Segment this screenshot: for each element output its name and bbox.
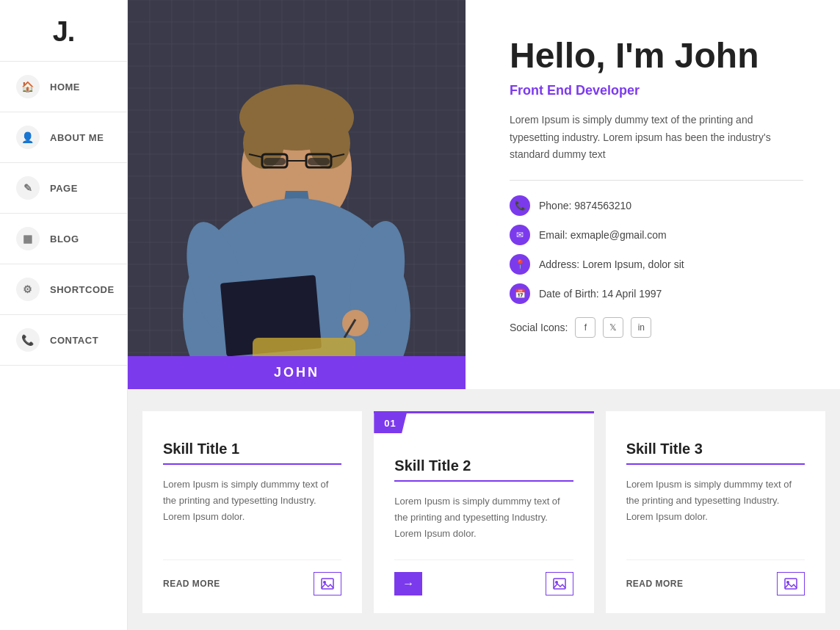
blog-icon: ▦ bbox=[16, 227, 40, 250]
address-text: Address: Lorem Ipsum, dolor sit bbox=[539, 258, 684, 270]
skill-footer-3: READ MORE bbox=[626, 560, 805, 595]
sidebar-item-contact-label: CONTACT bbox=[50, 335, 98, 346]
user-icon: 👤 bbox=[16, 126, 40, 149]
svg-point-21 bbox=[342, 310, 369, 336]
sidebar-item-shortcode[interactable]: ⚙ SHORTCODE bbox=[0, 264, 127, 315]
page-icon: ✎ bbox=[16, 176, 40, 200]
sidebar-item-about-label: ABOUT ME bbox=[50, 132, 104, 143]
calendar-icon: 📅 bbox=[510, 283, 530, 304]
skill-image-icon-1[interactable] bbox=[314, 572, 341, 595]
sidebar-item-blog-label: BLOG bbox=[50, 233, 79, 245]
svg-rect-9 bbox=[264, 158, 286, 165]
skill-image-icon-2[interactable] bbox=[546, 572, 573, 595]
facebook-icon[interactable]: f bbox=[575, 317, 595, 338]
email-text: Email: exmaple@gmail.com bbox=[539, 229, 667, 241]
skill-desc-2: Lorem Ipusm is simply dummmy text of the… bbox=[394, 493, 573, 542]
hero-image-wrap: JOHN bbox=[128, 0, 466, 389]
social-row: Social Icons: f 𝕏 in bbox=[510, 317, 803, 338]
email-icon: ✉ bbox=[510, 225, 530, 245]
skill-card-2: 01 Skill Title 2 Lorem Ipusm is simply d… bbox=[374, 411, 593, 613]
sidebar-item-about[interactable]: 👤 ABOUT ME bbox=[0, 112, 127, 163]
svg-rect-26 bbox=[554, 579, 565, 589]
main-content: JOHN Hello, I'm John Front End Developer… bbox=[128, 0, 840, 630]
hero-name-bar: JOHN bbox=[128, 356, 466, 389]
twitter-icon[interactable]: 𝕏 bbox=[603, 317, 623, 338]
email-row: ✉ Email: exmaple@gmail.com bbox=[510, 225, 803, 245]
sidebar-nav: 🏠 HOME 👤 ABOUT ME ✎ PAGE ▦ BLOG ⚙ SHORTC… bbox=[0, 62, 127, 366]
hero-divider bbox=[510, 180, 803, 181]
skill-underline-3 bbox=[626, 463, 805, 465]
home-icon: 🏠 bbox=[16, 75, 40, 98]
skill-desc-3: Lorem Ipusm is simply dummmy text of the… bbox=[626, 477, 805, 542]
skill-underline-2 bbox=[394, 480, 573, 482]
sidebar-item-contact[interactable]: 📞 CONTACT bbox=[0, 315, 127, 366]
hero-subtitle: Front End Developer bbox=[510, 83, 803, 98]
skill-title-1: Skill Title 1 bbox=[163, 441, 341, 457]
skill-desc-1: Lorem Ipusm is simply dummmy text of the… bbox=[163, 477, 341, 542]
linkedin-icon[interactable]: in bbox=[631, 317, 651, 338]
sidebar-item-page[interactable]: ✎ PAGE bbox=[0, 163, 127, 214]
skill-card-1: Skill Title 1 Lorem Ipusm is simply dumm… bbox=[142, 411, 362, 613]
dob-row: 📅 Date of Birth: 14 April 1997 bbox=[510, 283, 803, 304]
address-row: 📍 Address: Lorem Ipsum, dolor sit bbox=[510, 254, 803, 275]
skill-footer-2: → bbox=[394, 560, 573, 595]
sidebar-item-home-label: HOME bbox=[50, 82, 80, 93]
social-label: Social Icons: bbox=[510, 322, 568, 333]
phone-text: Phone: 9874563210 bbox=[539, 200, 631, 211]
svg-rect-24 bbox=[322, 579, 333, 589]
phone-row: 📞 Phone: 9874563210 bbox=[510, 195, 803, 216]
hero-info: Hello, I'm John Front End Developer Lore… bbox=[466, 0, 840, 389]
skill-footer-1: READ MORE bbox=[163, 560, 341, 595]
location-icon: 📍 bbox=[510, 254, 530, 275]
skill-title-2: Skill Title 2 bbox=[394, 457, 573, 474]
read-more-3[interactable]: READ MORE bbox=[626, 579, 684, 589]
skills-section: Skill Title 1 Lorem Ipusm is simply dumm… bbox=[128, 389, 840, 630]
sidebar-item-shortcode-label: SHORTCODE bbox=[50, 284, 115, 295]
svg-rect-10 bbox=[308, 158, 330, 165]
hero-description: Lorem Ipsum is simply dummy text of the … bbox=[510, 112, 803, 164]
contact-icon: 📞 bbox=[16, 328, 40, 352]
skill-title-3: Skill Title 3 bbox=[626, 441, 805, 457]
hero-greeting: Hello, I'm John bbox=[510, 37, 803, 76]
sidebar-item-blog[interactable]: ▦ BLOG bbox=[0, 214, 127, 264]
skill-image-icon-3[interactable] bbox=[777, 572, 805, 595]
sidebar-logo: J. bbox=[0, 0, 127, 62]
sidebar-item-home[interactable]: 🏠 HOME bbox=[0, 62, 127, 112]
read-more-1[interactable]: READ MORE bbox=[163, 579, 220, 589]
hero-image bbox=[128, 0, 466, 389]
dob-text: Date of Birth: 14 April 1997 bbox=[539, 288, 662, 300]
sidebar-item-page-label: PAGE bbox=[50, 183, 78, 194]
shortcode-icon: ⚙ bbox=[16, 278, 40, 301]
skill-arrow-icon-2[interactable]: → bbox=[394, 572, 422, 595]
sidebar: J. 🏠 HOME 👤 ABOUT ME ✎ PAGE ▦ BLOG ⚙ SHO… bbox=[0, 0, 128, 630]
skill-card-3: Skill Title 3 Lorem Ipusm is simply dumm… bbox=[606, 411, 825, 613]
svg-rect-28 bbox=[785, 579, 797, 589]
phone-icon: 📞 bbox=[510, 195, 530, 216]
skill-underline-1 bbox=[163, 463, 341, 465]
hero-name: JOHN bbox=[274, 365, 319, 380]
hero-section: JOHN Hello, I'm John Front End Developer… bbox=[128, 0, 840, 389]
skill-badge-2: 01 bbox=[374, 413, 406, 433]
